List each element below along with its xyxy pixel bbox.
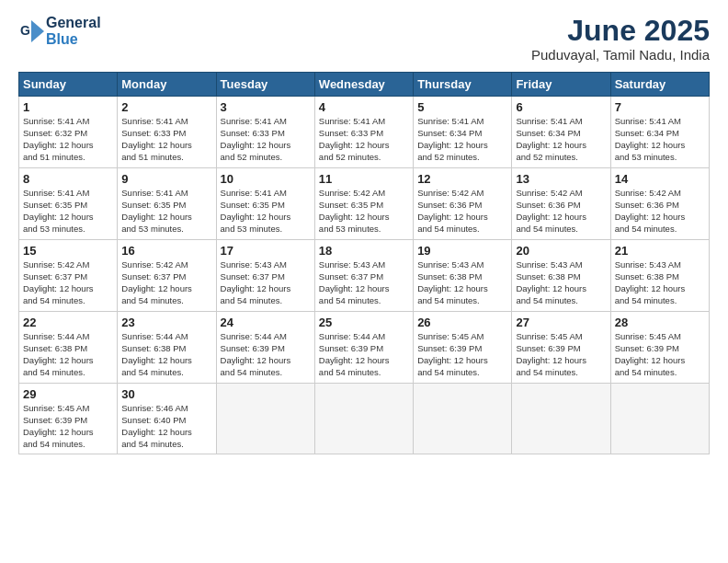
col-wednesday: Wednesday [314,73,413,97]
col-saturday: Saturday [610,73,709,97]
title-block: June 2025 Puduvayal, Tamil Nadu, India [531,15,710,63]
page: G General Blue June 2025 Puduvayal, Tami… [0,0,728,563]
week-row-2: 8Sunrise: 5:41 AMSunset: 6:35 PMDaylight… [19,168,710,240]
day-cell: 22Sunrise: 5:44 AMSunset: 6:38 PMDayligh… [19,312,118,384]
day-cell: 21Sunrise: 5:43 AMSunset: 6:38 PMDayligh… [610,240,709,312]
day-number: 24 [221,316,311,329]
day-info: Sunrise: 5:43 AMSunset: 6:37 PMDaylight:… [319,259,390,304]
day-info: Sunrise: 5:45 AMSunset: 6:39 PMDaylight:… [23,403,94,448]
day-info: Sunrise: 5:41 AMSunset: 6:34 PMDaylight:… [516,116,586,161]
day-cell: 9Sunrise: 5:41 AMSunset: 6:35 PMDaylight… [118,168,216,240]
day-cell [512,384,610,454]
day-cell: 27Sunrise: 5:45 AMSunset: 6:39 PMDayligh… [512,312,610,384]
day-cell [216,384,314,454]
day-info: Sunrise: 5:41 AMSunset: 6:32 PMDaylight:… [23,116,94,161]
day-number: 1 [23,100,113,114]
day-info: Sunrise: 5:45 AMSunset: 6:39 PMDaylight:… [516,331,586,376]
day-number: 2 [121,100,211,114]
day-number: 18 [319,244,409,258]
day-number: 29 [23,387,113,401]
day-number: 3 [221,100,311,114]
week-row-1: 1Sunrise: 5:41 AMSunset: 6:32 PMDaylight… [19,97,710,168]
svg-text:G: G [20,23,30,38]
logo: G General Blue [18,15,101,47]
day-number: 23 [121,316,211,329]
day-cell: 6Sunrise: 5:41 AMSunset: 6:34 PMDaylight… [512,97,610,168]
day-number: 9 [121,172,211,186]
day-number: 19 [417,244,507,258]
day-cell: 19Sunrise: 5:43 AMSunset: 6:38 PMDayligh… [414,240,512,312]
logo-line1: General [46,15,101,31]
day-info: Sunrise: 5:41 AMSunset: 6:33 PMDaylight:… [221,116,291,161]
day-info: Sunrise: 5:41 AMSunset: 6:35 PMDaylight:… [23,188,94,233]
col-monday: Monday [118,73,216,97]
day-number: 4 [319,100,409,114]
day-cell: 11Sunrise: 5:42 AMSunset: 6:35 PMDayligh… [314,168,413,240]
day-number: 17 [221,244,311,258]
day-cell [610,384,709,454]
day-number: 21 [615,244,705,258]
day-info: Sunrise: 5:41 AMSunset: 6:35 PMDaylight:… [121,188,192,233]
calendar-subtitle: Puduvayal, Tamil Nadu, India [531,47,710,63]
day-cell: 8Sunrise: 5:41 AMSunset: 6:35 PMDaylight… [19,168,118,240]
day-number: 28 [615,316,705,329]
header: G General Blue June 2025 Puduvayal, Tami… [18,15,710,63]
day-number: 6 [516,100,606,114]
day-info: Sunrise: 5:42 AMSunset: 6:35 PMDaylight:… [319,188,390,233]
logo-icon: G [18,18,44,44]
day-info: Sunrise: 5:43 AMSunset: 6:38 PMDaylight:… [417,259,488,304]
day-info: Sunrise: 5:41 AMSunset: 6:33 PMDaylight:… [121,116,192,161]
day-number: 7 [615,100,705,114]
day-cell: 7Sunrise: 5:41 AMSunset: 6:34 PMDaylight… [610,97,709,168]
day-number: 30 [121,387,211,401]
day-cell: 24Sunrise: 5:44 AMSunset: 6:39 PMDayligh… [216,312,314,384]
day-cell: 15Sunrise: 5:42 AMSunset: 6:37 PMDayligh… [19,240,118,312]
day-cell: 28Sunrise: 5:45 AMSunset: 6:39 PMDayligh… [610,312,709,384]
calendar-table: Sunday Monday Tuesday Wednesday Thursday… [18,72,710,454]
day-number: 25 [319,316,409,329]
day-info: Sunrise: 5:43 AMSunset: 6:37 PMDaylight:… [221,259,291,304]
day-info: Sunrise: 5:45 AMSunset: 6:39 PMDaylight:… [615,331,686,376]
day-cell: 20Sunrise: 5:43 AMSunset: 6:38 PMDayligh… [512,240,610,312]
day-number: 12 [417,172,507,186]
day-cell [414,384,512,454]
day-number: 20 [516,244,606,258]
day-info: Sunrise: 5:42 AMSunset: 6:37 PMDaylight:… [23,259,94,304]
week-row-3: 15Sunrise: 5:42 AMSunset: 6:37 PMDayligh… [19,240,710,312]
day-info: Sunrise: 5:44 AMSunset: 6:39 PMDaylight:… [319,331,390,376]
day-cell: 13Sunrise: 5:42 AMSunset: 6:36 PMDayligh… [512,168,610,240]
day-cell: 18Sunrise: 5:43 AMSunset: 6:37 PMDayligh… [314,240,413,312]
day-cell: 1Sunrise: 5:41 AMSunset: 6:32 PMDaylight… [19,97,118,168]
day-info: Sunrise: 5:41 AMSunset: 6:34 PMDaylight:… [417,116,488,161]
col-tuesday: Tuesday [216,73,314,97]
day-number: 8 [23,172,113,186]
day-cell: 16Sunrise: 5:42 AMSunset: 6:37 PMDayligh… [118,240,216,312]
day-cell: 5Sunrise: 5:41 AMSunset: 6:34 PMDaylight… [414,97,512,168]
day-cell: 12Sunrise: 5:42 AMSunset: 6:36 PMDayligh… [414,168,512,240]
day-info: Sunrise: 5:44 AMSunset: 6:38 PMDaylight:… [23,331,94,376]
day-info: Sunrise: 5:42 AMSunset: 6:36 PMDaylight:… [516,188,586,233]
day-number: 16 [121,244,211,258]
day-cell: 17Sunrise: 5:43 AMSunset: 6:37 PMDayligh… [216,240,314,312]
calendar-title: June 2025 [531,15,710,47]
day-cell: 14Sunrise: 5:42 AMSunset: 6:36 PMDayligh… [610,168,709,240]
day-number: 10 [221,172,311,186]
logo-line2: Blue [46,31,101,48]
day-info: Sunrise: 5:42 AMSunset: 6:36 PMDaylight:… [615,188,686,233]
day-info: Sunrise: 5:44 AMSunset: 6:38 PMDaylight:… [121,331,192,376]
day-info: Sunrise: 5:42 AMSunset: 6:37 PMDaylight:… [121,259,192,304]
day-info: Sunrise: 5:41 AMSunset: 6:35 PMDaylight:… [221,188,291,233]
day-info: Sunrise: 5:43 AMSunset: 6:38 PMDaylight:… [615,259,686,304]
day-number: 13 [516,172,606,186]
day-cell: 4Sunrise: 5:41 AMSunset: 6:33 PMDaylight… [314,97,413,168]
day-number: 26 [417,316,507,329]
day-cell: 30Sunrise: 5:46 AMSunset: 6:40 PMDayligh… [118,384,216,454]
day-cell: 25Sunrise: 5:44 AMSunset: 6:39 PMDayligh… [314,312,413,384]
day-number: 11 [319,172,409,186]
day-cell [314,384,413,454]
col-sunday: Sunday [19,73,118,97]
day-number: 22 [23,316,113,329]
header-row: Sunday Monday Tuesday Wednesday Thursday… [19,73,710,97]
day-info: Sunrise: 5:45 AMSunset: 6:39 PMDaylight:… [417,331,488,376]
day-info: Sunrise: 5:41 AMSunset: 6:34 PMDaylight:… [615,116,686,161]
